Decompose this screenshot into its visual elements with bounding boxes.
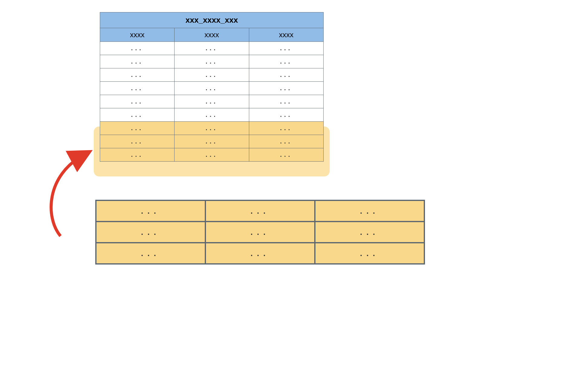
table-cell-highlighted: ... — [100, 122, 175, 135]
top-table-body: ... ... ... ... ... ... ... ... ... ... … — [100, 42, 324, 162]
table-cell: ... — [249, 82, 323, 95]
table-header-row: xxxx xxxx xxxx — [100, 28, 324, 42]
table-cell-highlighted: ... — [249, 148, 323, 162]
table-cell-highlighted: ... — [249, 135, 323, 148]
table-cell: ... — [175, 42, 249, 55]
header-cell-0: xxxx — [100, 28, 175, 42]
bottom-table: ... ... ... ... ... ... ... ... ... — [95, 200, 425, 265]
table-cell: ... — [249, 42, 323, 55]
table-cell: ... — [96, 222, 205, 243]
table-row-highlighted: ... ... ... — [100, 148, 324, 162]
table-cell-highlighted: ... — [175, 135, 249, 148]
table-row: ... ... ... — [100, 68, 324, 82]
table-cell: ... — [175, 82, 249, 95]
table-cell: ... — [96, 243, 205, 264]
table-cell: ... — [249, 68, 323, 82]
table-cell: ... — [100, 42, 175, 55]
header-cell-1: xxxx — [175, 28, 249, 42]
table-cell: ... — [205, 243, 315, 264]
arrow-icon — [42, 133, 109, 254]
table-cell: ... — [100, 68, 175, 82]
table-cell-highlighted: ... — [249, 122, 323, 135]
table-cell: ... — [100, 108, 175, 122]
table-cell: ... — [249, 95, 323, 108]
table-title: xxx_xxxx_xxx — [100, 12, 324, 28]
table-cell: ... — [175, 55, 249, 68]
table-row-highlighted: ... ... ... — [100, 135, 324, 148]
table-row: ... ... ... — [100, 82, 324, 95]
table-row: ... ... ... — [96, 200, 424, 222]
table-cell: ... — [175, 68, 249, 82]
header-cell-2: xxxx — [249, 28, 323, 42]
table-cell: ... — [96, 200, 205, 222]
table-row: ... ... ... — [100, 42, 324, 55]
table-cell-highlighted: ... — [175, 122, 249, 135]
table-cell-highlighted: ... — [100, 148, 175, 162]
table-row: ... ... ... — [100, 95, 324, 108]
table-row: ... ... ... — [100, 55, 324, 68]
table-title-row: xxx_xxxx_xxx — [100, 12, 324, 28]
table-row-highlighted: ... ... ... — [100, 122, 324, 135]
table-row: ... ... ... — [100, 108, 324, 122]
table-cell: ... — [315, 243, 424, 264]
table-cell: ... — [315, 200, 424, 222]
table-cell-highlighted: ... — [175, 148, 249, 162]
table-cell: ... — [249, 108, 323, 122]
table-cell: ... — [205, 200, 315, 222]
table-cell: ... — [175, 108, 249, 122]
table-row: ... ... ... — [96, 243, 424, 264]
table-cell: ... — [100, 82, 175, 95]
table-cell: ... — [100, 95, 175, 108]
bottom-table-body: ... ... ... ... ... ... ... ... ... — [96, 200, 424, 264]
table-cell: ... — [315, 222, 424, 243]
table-row: ... ... ... — [96, 222, 424, 243]
table-cell-highlighted: ... — [100, 135, 175, 148]
table-cell: ... — [175, 95, 249, 108]
table-cell: ... — [249, 55, 323, 68]
top-table: xxx_xxxx_xxx xxxx xxxx xxxx ... ... ... … — [100, 12, 324, 162]
table-cell: ... — [205, 222, 315, 243]
table-cell: ... — [100, 55, 175, 68]
